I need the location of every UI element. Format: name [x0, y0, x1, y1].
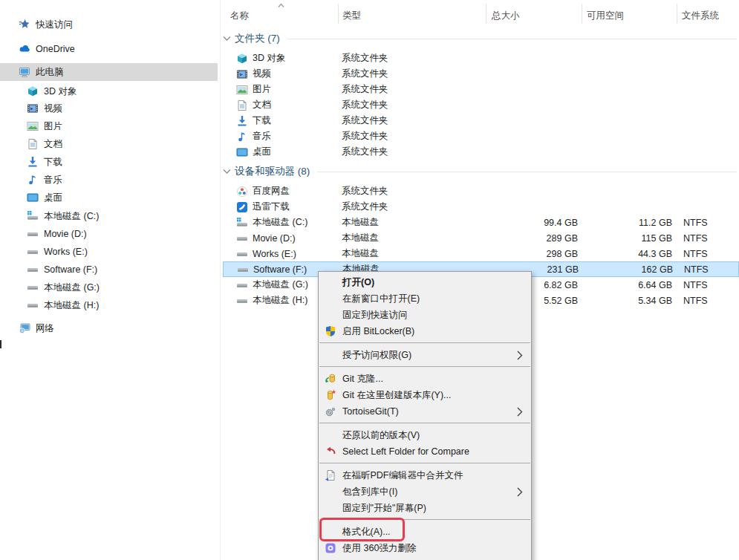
sidebar-item-videos[interactable]: 视频 — [0, 100, 218, 117]
sidebar-item-quick-access[interactable]: 快速访问 — [0, 16, 218, 33]
sidebar-item-label: Software (F:) — [44, 264, 97, 275]
menu-item-label: 使用 360强力删除 — [342, 542, 416, 555]
sidebar-item-label: 快速访问 — [36, 19, 73, 31]
menu-item-git-create-repo[interactable]: Git 在这里创建版本库(Y)... — [319, 387, 531, 403]
sidebar-item-desktop[interactable]: 桌面 — [0, 189, 218, 206]
group-rule — [287, 39, 737, 39]
documents-icon — [27, 138, 39, 150]
sidebar-item-this-pc[interactable]: 此电脑 — [0, 63, 218, 81]
tortoisegit-icon — [325, 406, 336, 417]
device-file-system: NTFS — [677, 296, 739, 306]
column-header-type[interactable]: 类型 — [342, 10, 361, 22]
menu-item-format[interactable]: 格式化(A)... — [319, 524, 531, 540]
menu-item-label: 格式化(A)... — [342, 526, 391, 538]
menu-item-select-left-folder-for-compare[interactable]: Select Left Folder for Compare — [319, 443, 531, 460]
sidebar-item-pictures[interactable]: 图片 — [0, 117, 218, 135]
group-title: 文件夹 (7) — [235, 32, 280, 45]
sidebar-item-drive-e[interactable]: Works (E:) — [0, 243, 218, 261]
column-separator[interactable] — [338, 4, 339, 24]
file-row-pictures[interactable]: 图片 系统文件夹 — [223, 82, 739, 97]
device-total-size: 99.4 GB — [486, 218, 582, 228]
device-row-drive-d[interactable]: Movie (D:) 本地磁盘 289 GB 115 GB NTFS — [223, 230, 739, 246]
menu-item-label: Git 在这里创建版本库(Y)... — [342, 389, 452, 402]
column-header-name[interactable]: 名称 — [230, 10, 249, 22]
menu-item-give-access[interactable]: 授予访问权限(G) — [319, 347, 531, 363]
360-delete-icon — [325, 542, 336, 554]
drive-icon — [236, 232, 248, 244]
column-header-file-system[interactable]: 文件系统 — [682, 10, 719, 22]
group-rule — [317, 172, 737, 172]
sidebar-item-drive-f[interactable]: Software (F:) — [0, 261, 218, 279]
sidebar-item-drive-d[interactable]: Movie (D:) — [0, 225, 218, 243]
sidebar-item-onedrive[interactable]: OneDrive — [0, 40, 218, 58]
menu-separator — [319, 463, 530, 463]
menu-item-label: Select Left Folder for Compare — [342, 446, 469, 457]
menu-item-enable-bitlocker[interactable]: 启用 BitLocker(B) — [319, 323, 531, 339]
this-pc-icon — [19, 66, 30, 78]
menu-item-open[interactable]: 打开(O) — [319, 274, 531, 290]
sidebar-item-downloads[interactable]: 下载 — [0, 153, 218, 171]
device-row-xunlei-download[interactable]: 迅雷下载 系统文件夹 — [223, 199, 739, 215]
sidebar-item-label: 桌面 — [44, 192, 62, 204]
chevron-down-icon — [223, 169, 231, 175]
menu-item-git-clone[interactable]: Git 克隆... — [319, 371, 531, 387]
column-header-free-space[interactable]: 可用空间 — [587, 10, 624, 22]
file-type: 系统文件夹 — [339, 52, 486, 65]
group-header-folders[interactable]: 文件夹 (7) — [223, 31, 737, 46]
menu-item-open-in-new-window[interactable]: 在新窗口中打开(E) — [319, 290, 531, 307]
desktop-icon — [236, 146, 248, 158]
menu-item-label: TortoiseGit(T) — [342, 406, 399, 417]
file-row-desktop[interactable]: 桌面 系统文件夹 — [223, 144, 739, 160]
column-separator[interactable] — [677, 4, 677, 24]
menu-item-label: 在新窗口中打开(E) — [342, 293, 420, 305]
file-row-music[interactable]: 音乐 系统文件夹 — [223, 128, 739, 144]
device-row-drive-e[interactable]: Works (E:) 本地磁盘 298 GB 44.3 GB NTFS — [223, 246, 739, 261]
device-file-system: NTFS — [677, 280, 739, 290]
column-header-total-size[interactable]: 总大小 — [492, 10, 520, 22]
sidebar-item-drive-h[interactable]: 本地磁盘 (H:) — [0, 296, 218, 314]
sidebar-item-drive-g[interactable]: 本地磁盘 (G:) — [0, 279, 218, 296]
device-type: 本地磁盘 — [339, 216, 486, 229]
device-row-baidu-netdisk[interactable]: 百度网盘 系统文件夹 — [223, 183, 739, 199]
file-row-3d-objects[interactable]: 3D 对象 系统文件夹 — [223, 51, 739, 66]
device-name: Works (E:) — [253, 249, 296, 259]
3d-objects-icon — [27, 85, 39, 97]
sidebar-item-label: 图片 — [44, 120, 62, 133]
menu-item-foxit-pdf-combine[interactable]: 在福昕PDF编辑器中合并文件 — [319, 467, 531, 484]
menu-item-restore-previous-versions[interactable]: 还原以前的版本(V) — [319, 427, 531, 443]
file-row-downloads[interactable]: 下载 系统文件夹 — [223, 113, 739, 128]
sidebar-item-documents[interactable]: 文档 — [0, 135, 218, 153]
column-separator[interactable] — [486, 4, 486, 24]
file-row-documents[interactable]: 文档 系统文件夹 — [223, 97, 739, 113]
documents-icon — [236, 100, 248, 111]
group-header-devices[interactable]: 设备和驱动器 (8) — [223, 164, 737, 179]
file-name: 3D 对象 — [253, 52, 285, 65]
device-file-system: NTFS — [677, 249, 739, 259]
device-total-size: 289 GB — [486, 233, 582, 244]
drive-icon — [27, 299, 39, 311]
sidebar-item-network[interactable]: 网络 — [0, 319, 218, 337]
sidebar-item-3d-objects[interactable]: 3D 对象 — [0, 82, 218, 100]
device-type: 本地磁盘 — [339, 247, 486, 260]
menu-item-tortoisegit[interactable]: TortoiseGit(T) — [319, 403, 531, 420]
sidebar-item-label: OneDrive — [36, 44, 75, 54]
submenu-arrow-icon — [517, 487, 523, 497]
network-icon — [19, 322, 30, 334]
device-name: Movie (D:) — [253, 233, 296, 244]
menu-item-include-in-library[interactable]: 包含到库中(I) — [319, 484, 531, 500]
sidebar-item-label: 此电脑 — [36, 66, 64, 79]
sidebar-item-label: Works (E:) — [44, 247, 88, 257]
file-row-videos[interactable]: 视频 系统文件夹 — [223, 66, 739, 82]
3d-objects-icon — [236, 53, 248, 65]
sidebar-item-music[interactable]: 音乐 — [0, 171, 218, 189]
column-separator[interactable] — [582, 4, 582, 24]
edge-artifact — [0, 340, 1, 348]
sidebar-item-label: 本地磁盘 (H:) — [44, 299, 99, 312]
sidebar-item-drive-c[interactable]: 本地磁盘 (C:) — [0, 207, 218, 225]
file-name: 下载 — [253, 114, 271, 127]
menu-item-pin-to-start[interactable]: 固定到"开始"屏幕(P) — [319, 500, 531, 516]
menu-item-pin-to-quick-access[interactable]: 固定到快速访问 — [319, 307, 531, 323]
drive-icon — [237, 264, 249, 276]
device-row-drive-c[interactable]: 本地磁盘 (C:) 本地磁盘 99.4 GB 11.2 GB NTFS — [223, 215, 739, 230]
menu-item-360-force-delete[interactable]: 使用 360强力删除 — [319, 540, 531, 556]
